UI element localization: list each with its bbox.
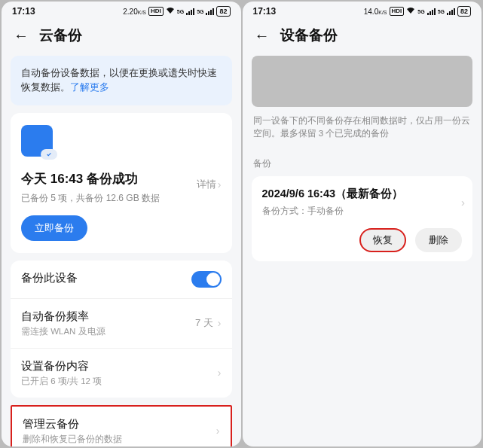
backup-device-toggle-row[interactable]: 备份此设备 bbox=[11, 261, 232, 298]
page-header: ← 设备备份 bbox=[243, 18, 482, 56]
status-time: 17:13 bbox=[12, 6, 35, 17]
backup-now-button[interactable]: 立即备份 bbox=[21, 215, 87, 241]
section-label: 备份 bbox=[252, 157, 473, 170]
backup-content-row[interactable]: 设置备份内容 已开启 6 项/共 12 项 › bbox=[11, 348, 232, 398]
status-right: 14.0K/S HDI 5G 5G 82 bbox=[364, 6, 471, 17]
manage-cloud-backup-row[interactable]: 管理云备份 删除和恢复已备份的数据 › bbox=[12, 407, 231, 447]
chevron-right-icon: › bbox=[218, 367, 222, 379]
backup-entry-card[interactable]: 2024/9/6 16:43（最新备份） 备份方式：手动备份 › 恢复 删除 bbox=[252, 176, 473, 261]
page-title: 设备备份 bbox=[280, 26, 338, 45]
page-title: 云备份 bbox=[39, 26, 82, 45]
toggle-switch[interactable] bbox=[191, 271, 222, 288]
wifi-icon bbox=[166, 7, 175, 16]
signal-icon bbox=[186, 8, 194, 15]
hd-icon: HDI bbox=[390, 7, 405, 16]
details-link[interactable]: 详情› bbox=[197, 178, 222, 191]
status-right: 2.20K/S HDI 5G 5G 82 bbox=[123, 6, 230, 17]
cloud-backup-icon bbox=[21, 125, 53, 157]
manage-cloud-backup-card: 管理云备份 删除和恢复已备份的数据 › bbox=[11, 405, 232, 447]
delete-button[interactable]: 删除 bbox=[415, 228, 462, 252]
phone-left: 17:13 2.20K/S HDI 5G 5G 82 ← 云备份 自动备份设备数… bbox=[2, 2, 241, 446]
backup-entry-title: 2024/9/6 16:43（最新备份） bbox=[262, 187, 463, 201]
hd-icon: HDI bbox=[148, 7, 164, 16]
wifi-icon bbox=[406, 7, 415, 16]
device-preview-image bbox=[252, 56, 473, 107]
chevron-right-icon: › bbox=[216, 425, 220, 437]
phone-right: 17:13 14.0K/S HDI 5G 5G 82 ← 设备备份 同一设备下的… bbox=[243, 2, 482, 446]
hint-text: 同一设备下的不同备份存在相同数据时，仅占用一份云空间。最多保留 3 个已完成的备… bbox=[252, 114, 473, 141]
settings-card: 备份此设备 自动备份频率 需连接 WLAN 及电源 7 天 › 设置备份内容 已… bbox=[11, 261, 232, 398]
backup-entry-sub: 备份方式：手动备份 bbox=[262, 205, 463, 218]
signal-icon bbox=[427, 8, 436, 15]
statusbar: 17:13 14.0K/S HDI 5G 5G 82 bbox=[243, 2, 482, 18]
back-icon[interactable]: ← bbox=[255, 27, 270, 44]
chevron-right-icon: › bbox=[218, 317, 222, 329]
status-time: 17:13 bbox=[253, 6, 277, 17]
back-icon[interactable]: ← bbox=[14, 27, 29, 44]
chevron-right-icon: › bbox=[218, 178, 222, 190]
signal-icon bbox=[206, 8, 214, 15]
learn-more-link[interactable]: 了解更多 bbox=[70, 82, 109, 93]
backup-status-title: 今天 16:43 备份成功 bbox=[21, 170, 222, 187]
battery-icon: 82 bbox=[216, 6, 230, 17]
page-header: ← 云备份 bbox=[2, 18, 241, 56]
statusbar: 17:13 2.20K/S HDI 5G 5G 82 bbox=[2, 2, 241, 18]
backup-status-card: 今天 16:43 备份成功 已备份 5 项，共备份 12.6 GB 数据 详情›… bbox=[11, 113, 232, 253]
restore-button[interactable]: 恢复 bbox=[359, 228, 406, 252]
info-banner: 自动备份设备数据，以便在更换或遗失时快速恢复数据。了解更多 bbox=[11, 56, 232, 105]
battery-icon: 82 bbox=[457, 6, 471, 17]
chevron-right-icon: › bbox=[461, 196, 465, 209]
signal-icon bbox=[447, 8, 455, 15]
backup-frequency-row[interactable]: 自动备份频率 需连接 WLAN 及电源 7 天 › bbox=[11, 298, 232, 348]
backup-status-sub: 已备份 5 项，共备份 12.6 GB 数据 bbox=[21, 192, 222, 205]
